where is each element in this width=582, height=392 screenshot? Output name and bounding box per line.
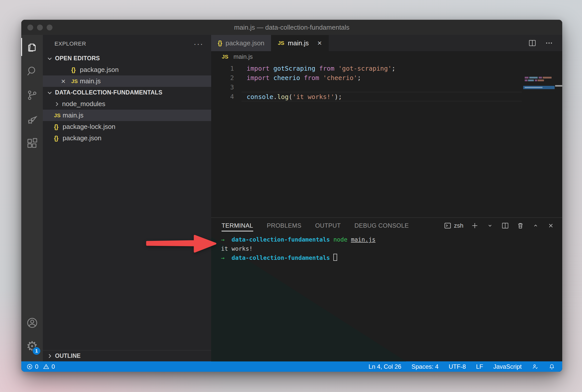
code-line[interactable]: 2import cheerio from 'cheerio'; xyxy=(211,73,562,83)
zoom-window-button[interactable] xyxy=(47,25,52,30)
panel-tabs: TERMINALPROBLEMSOUTPUTDEBUG CONSOLE xyxy=(222,218,423,233)
panel-tab-problems[interactable]: PROBLEMS xyxy=(267,218,302,233)
panel-tab-debug-console[interactable]: DEBUG CONSOLE xyxy=(354,218,409,233)
code-token xyxy=(334,65,338,72)
new-terminal-icon[interactable] xyxy=(471,222,479,229)
kill-terminal-trash-icon[interactable] xyxy=(517,222,524,229)
close-editor-icon[interactable]: × xyxy=(61,77,71,85)
file-label: main.js xyxy=(80,77,101,85)
settings-gear-icon[interactable]: ⚙ 1 xyxy=(21,335,43,358)
status-encoding[interactable]: UTF-8 xyxy=(449,363,466,370)
launch-profile-chevron-icon[interactable] xyxy=(486,222,494,229)
code-line[interactable]: 1import gotScraping from 'got-scraping'; xyxy=(211,64,562,73)
code-token: gotScraping xyxy=(273,65,315,72)
sidebar-header: EXPLORER ··· xyxy=(43,35,211,53)
close-tab-icon[interactable]: × xyxy=(317,39,322,47)
terminal-token: main.js xyxy=(351,236,375,243)
tree-item[interactable]: {}package-lock.json xyxy=(43,121,211,132)
tree-item[interactable]: JSmain.js xyxy=(43,110,211,121)
file-label: node_modules xyxy=(62,100,105,108)
js-file-icon: JS xyxy=(54,112,63,119)
status-eol[interactable]: LF xyxy=(476,363,483,370)
code-token: ; xyxy=(392,65,395,72)
panel-tab-terminal[interactable]: TERMINAL xyxy=(222,218,253,233)
code-token: log xyxy=(277,93,288,101)
search-icon xyxy=(26,65,38,77)
minimize-window-button[interactable] xyxy=(37,25,43,30)
feedback-icon[interactable] xyxy=(532,363,538,370)
line-number: 3 xyxy=(211,83,242,92)
activity-run-debug-icon[interactable] xyxy=(21,107,43,131)
folder-section-header[interactable]: DATA-COLLECTION-FUNDAMENTALS xyxy=(43,87,211,98)
open-editor-item[interactable]: ×JSmain.js xyxy=(43,75,211,87)
account-icon[interactable] xyxy=(21,311,43,335)
tree-item[interactable]: node_modules xyxy=(43,98,211,110)
close-window-button[interactable] xyxy=(27,25,33,30)
line-number: 1 xyxy=(211,64,242,73)
outline-label: OUTLINE xyxy=(55,352,81,359)
activity-source-control-icon[interactable] xyxy=(21,83,43,107)
notifications-bell-icon[interactable] xyxy=(549,363,555,370)
outline-section-header[interactable]: OUTLINE xyxy=(43,350,211,361)
tree-item[interactable]: {}package.json xyxy=(43,132,211,144)
activity-explorer-icon[interactable] xyxy=(21,35,43,59)
split-terminal-icon[interactable] xyxy=(501,222,509,229)
minimap-line xyxy=(525,77,552,79)
minimap[interactable] xyxy=(523,62,555,218)
split-editor-icon[interactable] xyxy=(528,39,536,47)
settings-badge: 1 xyxy=(32,347,41,355)
tab-label: package.json xyxy=(226,39,264,47)
close-panel-icon[interactable] xyxy=(547,222,555,229)
line-number: 4 xyxy=(211,92,242,101)
problems-status-item[interactable]: 0 0 xyxy=(26,363,55,370)
terminal-line: → data-collection-fundamentals node main… xyxy=(221,235,562,244)
status-cursor-position[interactable]: Ln 4, Col 26 xyxy=(369,363,401,370)
code-token: 'cheerio' xyxy=(323,74,357,82)
code-editor[interactable]: 1import gotScraping from 'got-scraping';… xyxy=(211,62,562,218)
code-token: ); xyxy=(334,93,342,101)
terminal-token: → xyxy=(221,236,225,243)
panel-tab-output[interactable]: OUTPUT xyxy=(315,218,341,233)
activity-extensions-icon[interactable] xyxy=(21,131,43,155)
json-file-icon: {} xyxy=(54,123,63,130)
file-label: package.json xyxy=(63,134,101,142)
editor-tab-package.json[interactable]: {}package.json xyxy=(211,35,271,51)
error-count: 0 xyxy=(35,363,38,370)
debug-play-icon xyxy=(26,113,38,125)
code-token: ; xyxy=(357,74,361,82)
active-terminal-item[interactable]: zsh xyxy=(444,222,463,229)
open-editor-item[interactable]: ×{}package.json xyxy=(43,64,211,75)
maximize-panel-chevron-up-icon[interactable] xyxy=(532,222,539,229)
breadcrumb[interactable]: JS main.js xyxy=(211,51,562,62)
code-line[interactable]: 3 xyxy=(211,83,562,92)
overview-ruler-marker xyxy=(555,85,562,87)
chevron-down-icon xyxy=(47,56,52,61)
status-indentation[interactable]: Spaces: 4 xyxy=(411,363,439,370)
activity-bar: ⚙ 1 xyxy=(21,35,43,361)
editor-tab-bar: {}package.jsonJSmain.js× xyxy=(211,35,562,51)
code-token xyxy=(269,65,273,72)
terminal-token: node xyxy=(333,236,347,243)
terminal-token xyxy=(330,254,333,261)
code-token xyxy=(315,65,319,72)
activity-search-icon[interactable] xyxy=(21,59,43,83)
json-file-icon: {} xyxy=(71,66,80,73)
code-token: cheerio xyxy=(273,74,300,82)
editor-group: {}package.jsonJSmain.js× JS main.js 1imp… xyxy=(211,35,562,361)
tabs-container: {}package.jsonJSmain.js× xyxy=(211,35,329,51)
code-line[interactable]: 4console.log('it works!'); xyxy=(211,92,562,101)
code-token: . xyxy=(273,93,277,101)
window-title: main.js — data-collection-fundamentals xyxy=(234,24,349,31)
json-file-icon: {} xyxy=(54,135,63,142)
open-editors-section-header[interactable]: OPEN EDITORS xyxy=(43,53,211,64)
code-token: console xyxy=(247,93,273,101)
chevron-right-icon xyxy=(47,353,52,359)
code-token: import xyxy=(247,65,269,72)
status-language-mode[interactable]: JavaScript xyxy=(493,363,522,370)
sidebar-more-actions-icon[interactable]: ··· xyxy=(194,40,204,48)
terminal-output[interactable]: → data-collection-fundamentals node main… xyxy=(211,233,562,361)
editor-tab-main.js[interactable]: JSmain.js× xyxy=(271,35,329,51)
git-branch-icon xyxy=(26,89,38,101)
editor-actions xyxy=(528,35,562,51)
more-actions-icon[interactable] xyxy=(545,39,553,47)
